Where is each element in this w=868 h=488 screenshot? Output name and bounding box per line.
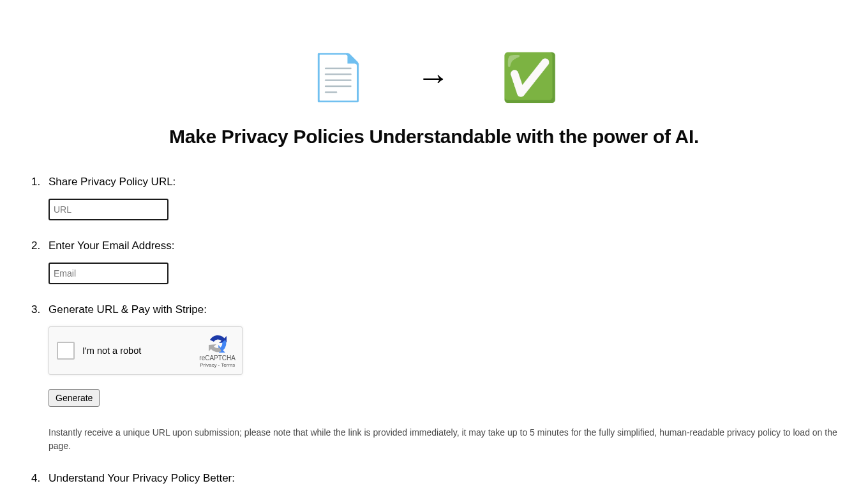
- steps-list: Share Privacy Policy URL: Enter Your Ema…: [31, 176, 837, 485]
- arrow-right-icon: →: [417, 61, 450, 94]
- step-2-label: Enter Your Email Address:: [49, 240, 837, 252]
- recaptcha-logo-icon: [207, 333, 228, 354]
- document-icon: 📄: [310, 55, 366, 100]
- step-4-label: Understand Your Privacy Policy Better:: [49, 472, 837, 485]
- step-4: Understand Your Privacy Policy Better:: [43, 472, 837, 485]
- recaptcha-brand-text: reCAPTCHA: [199, 355, 236, 362]
- step-1: Share Privacy Policy URL:: [43, 176, 837, 220]
- recaptcha-label: I'm not a robot: [82, 346, 199, 356]
- generate-button[interactable]: Generate: [49, 389, 100, 407]
- step-3-label: Generate URL & Pay with Stripe:: [49, 303, 837, 316]
- email-input[interactable]: [49, 263, 168, 284]
- recaptcha-widget: I'm not a robot reCAPTCHA Privacy - Term…: [49, 326, 243, 375]
- step-2: Enter Your Email Address:: [43, 240, 837, 284]
- page-headline: Make Privacy Policies Understandable wit…: [31, 126, 837, 148]
- disclaimer-text: Instantly receive a unique URL upon subm…: [49, 426, 837, 453]
- recaptcha-branding: reCAPTCHA Privacy - Terms: [199, 333, 242, 368]
- recaptcha-links: Privacy - Terms: [200, 363, 235, 368]
- recaptcha-terms-link[interactable]: Terms: [221, 362, 235, 368]
- url-input[interactable]: [49, 199, 168, 220]
- hero-icon-row: 📄 → ✅: [31, 0, 837, 126]
- step-3: Generate URL & Pay with Stripe: I'm not …: [43, 303, 837, 453]
- step-1-label: Share Privacy Policy URL:: [49, 176, 837, 188]
- recaptcha-privacy-link[interactable]: Privacy: [200, 362, 216, 368]
- recaptcha-checkbox[interactable]: [57, 342, 75, 360]
- checkmark-icon: ✅: [501, 54, 558, 100]
